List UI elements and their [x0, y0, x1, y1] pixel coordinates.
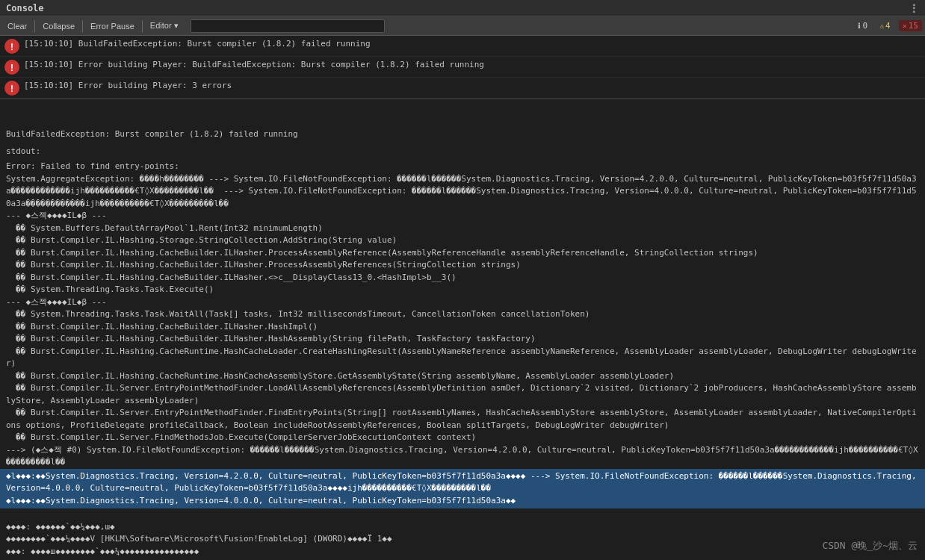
detail-content: BuildFailedException: Burst compiler (1.…	[6, 128, 919, 560]
search-area	[185, 19, 850, 33]
log-entry-3[interactable]: ![15:10:10] Error building Player: 3 err…	[0, 78, 925, 99]
title-bar: Console ⋮	[0, 0, 925, 16]
detail-header: BuildFailedException: Burst compiler (1.…	[6, 128, 919, 141]
error-pause-button[interactable]: Error Pause	[86, 20, 139, 32]
sep2	[82, 20, 83, 32]
log-text: [15:10:10] Error building Player: BuildF…	[24, 59, 484, 70]
log-area: ![15:10:10] BuildFailedException: Burst …	[0, 36, 925, 560]
editor-button[interactable]: Editor ▾	[146, 19, 183, 32]
detail-body: Error: Failed to find entry-points: Syst…	[6, 161, 919, 469]
clear-button[interactable]: Clear	[3, 20, 31, 32]
detail-after-highlight: ◆◆◆◆: ◆◆◆◆◆◆`◆◆¼◆◆◆,ш◆ ◆◆◆◆◆◆◆◆`◆◆◆¼◆◆◆◆…	[6, 508, 919, 560]
log-entries: ![15:10:10] BuildFailedException: Burst …	[0, 36, 925, 99]
error-icon: !	[4, 60, 19, 75]
info-badge[interactable]: ℹ 0	[854, 20, 871, 31]
sep1	[34, 20, 35, 32]
toolbar: Clear Collapse Error Pause Editor ▾ ℹ 0 …	[0, 16, 925, 36]
log-text: [15:10:10] BuildFailedException: Burst c…	[24, 38, 371, 49]
log-entry-1[interactable]: ![15:10:10] BuildFailedException: Burst …	[0, 36, 925, 57]
window-controls: ⋮	[903, 2, 919, 14]
chevron-down-icon: ▾	[174, 21, 179, 30]
log-list[interactable]: ![15:10:10] BuildFailedException: Burst …	[0, 36, 925, 560]
editor-label: Editor	[150, 21, 172, 30]
error-icon: !	[4, 39, 19, 54]
badge-group: ℹ 0 ⚠ 4 ✕ 15	[854, 20, 922, 31]
sep3	[142, 20, 143, 32]
search-input[interactable]	[191, 19, 385, 33]
detail-stdout-label: stdout:	[6, 146, 919, 158]
error-icon: !	[4, 81, 19, 96]
warn-count: 4	[885, 21, 891, 31]
collapse-button[interactable]: Collapse	[38, 20, 79, 32]
log-text: [15:10:10] Error building Player: 3 erro…	[24, 80, 232, 91]
warn-badge[interactable]: ⚠ 4	[876, 20, 894, 31]
detail-area: BuildFailedException: Burst compiler (1.…	[0, 99, 925, 560]
err-badge[interactable]: ✕ 15	[899, 20, 922, 31]
info-icon: ℹ	[858, 22, 861, 30]
warn-icon: ⚠	[879, 22, 884, 30]
console-title: Console	[6, 3, 44, 13]
log-entry-2[interactable]: ![15:10:10] Error building Player: Build…	[0, 57, 925, 78]
highlighted-line: ◆l◆◆◆:◆◆System.Diagnostics.Tracing, Vers…	[0, 469, 925, 509]
info-count: 0	[862, 21, 867, 31]
err-icon: ✕	[903, 22, 907, 30]
err-count: 15	[909, 21, 918, 31]
more-options-icon[interactable]: ⋮	[909, 2, 919, 14]
